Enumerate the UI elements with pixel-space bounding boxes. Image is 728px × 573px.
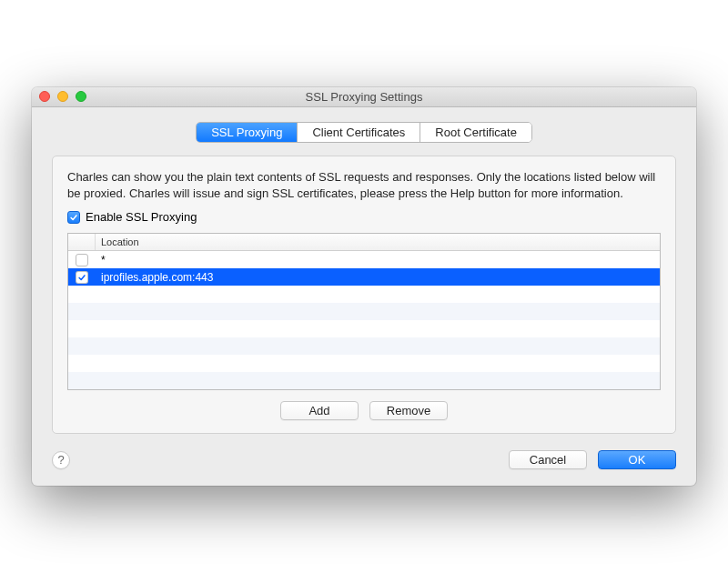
add-button[interactable]: Add (280, 401, 359, 420)
empty-row (68, 286, 660, 303)
content-frame: Charles can show you the plain text cont… (52, 156, 676, 435)
footer: ? Cancel OK (52, 450, 676, 469)
table-header-check (68, 234, 96, 250)
empty-row (68, 372, 660, 389)
tab-ssl-proxying[interactable]: SSL Proxying (197, 123, 298, 142)
titlebar: SSL Proxying Settings (32, 87, 696, 107)
enable-ssl-checkbox[interactable] (67, 211, 80, 224)
table-row[interactable]: iprofiles.apple.com:443 (68, 268, 660, 286)
row-checkbox[interactable] (76, 254, 88, 266)
table-buttons: Add Remove (67, 401, 661, 420)
row-location: iprofiles.apple.com:443 (96, 271, 213, 284)
row-checkbox[interactable] (76, 271, 88, 284)
window-body: SSL Proxying Client Certificates Root Ce… (32, 107, 696, 487)
empty-row (68, 303, 660, 320)
traffic-lights (39, 91, 86, 102)
empty-rows (68, 286, 660, 389)
enable-ssl-row[interactable]: Enable SSL Proxying (67, 210, 661, 224)
tabs: SSL Proxying Client Certificates Root Ce… (52, 122, 676, 143)
help-button[interactable]: ? (52, 451, 70, 469)
tab-client-certificates[interactable]: Client Certificates (298, 123, 420, 142)
ok-button[interactable]: OK (598, 450, 676, 469)
row-location: * (96, 254, 106, 266)
row-checkbox-cell[interactable] (68, 254, 96, 266)
table-header-location: Location (96, 236, 139, 247)
remove-button[interactable]: Remove (369, 401, 448, 420)
cancel-button[interactable]: Cancel (509, 450, 587, 469)
enable-ssl-label: Enable SSL Proxying (86, 210, 197, 224)
maximize-icon[interactable] (76, 91, 86, 102)
empty-row (68, 320, 660, 337)
footer-buttons: Cancel OK (509, 450, 676, 469)
minimize-icon[interactable] (57, 91, 68, 102)
table-row[interactable]: * (68, 251, 660, 268)
tab-root-certificate[interactable]: Root Certificate (420, 123, 531, 142)
window-title: SSL Proxying Settings (32, 90, 696, 104)
settings-window: SSL Proxying Settings SSL Proxying Clien… (32, 87, 696, 487)
close-icon[interactable] (39, 91, 50, 102)
empty-row (68, 337, 660, 355)
empty-row (68, 355, 660, 372)
description-text: Charles can show you the plain text cont… (67, 169, 661, 202)
tab-group: SSL Proxying Client Certificates Root Ce… (196, 122, 532, 143)
row-checkbox-cell[interactable] (68, 271, 96, 284)
help-icon: ? (57, 453, 64, 467)
locations-table: Location * iprofiles.apple.com:443 (67, 233, 661, 390)
table-header: Location (68, 234, 660, 251)
